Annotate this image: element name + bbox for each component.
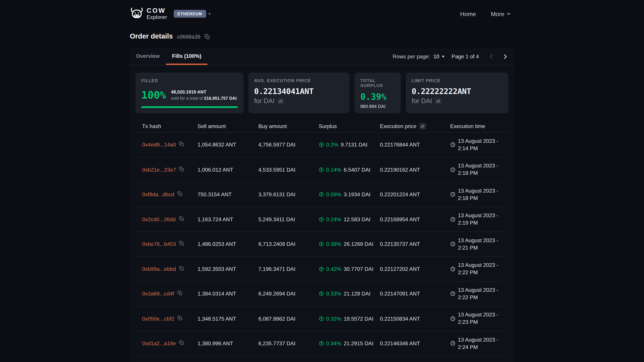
col-execution-time: Execution time bbox=[450, 123, 508, 129]
chevron-down-icon: ▾ bbox=[208, 11, 210, 16]
surplus-percent: 0.14% bbox=[326, 167, 341, 173]
surplus-percent: 0.24% bbox=[326, 216, 341, 222]
surplus-percent: 0.33% bbox=[326, 291, 341, 297]
copy-tx-hash-button[interactable] bbox=[179, 167, 184, 173]
page-title-row: Order details c0688a39 bbox=[130, 32, 514, 41]
arrow-up-circle-icon bbox=[319, 341, 324, 346]
surplus-amount: 19.5572 DAI bbox=[344, 316, 373, 322]
surplus-amount: 26.1269 DAI bbox=[344, 241, 373, 247]
surplus-amount: 9.7131 DAI bbox=[341, 142, 368, 148]
total-surplus-percent: 0.39% bbox=[360, 92, 395, 102]
buy-amount: 6,713.2409 DAI bbox=[258, 241, 319, 247]
execution-price: 0.22135737 ANT bbox=[380, 241, 450, 247]
copy-tx-hash-button[interactable] bbox=[178, 291, 182, 297]
execution-price: 0.22168954 ANT bbox=[380, 216, 450, 222]
table-row: 0x2cd0...26dd 1,163.724 ANT 5,249.3411 D… bbox=[136, 207, 508, 232]
filled-label: FILLED bbox=[141, 78, 238, 83]
buy-amount: 7,196.3471 DAI bbox=[258, 266, 319, 272]
tx-hash-link[interactable]: 0xf8da...dbcd bbox=[142, 191, 174, 198]
sell-amount: 1,380.996 ANT bbox=[198, 340, 258, 347]
surplus: 0.33% 21.128 DAI bbox=[319, 291, 380, 297]
tx-hash-link[interactable]: 0x3a69...cd4f bbox=[142, 291, 174, 297]
network-badge[interactable]: ETHEREUM bbox=[174, 10, 206, 18]
surplus: 0.24% 12.583 DAI bbox=[319, 216, 380, 222]
execution-time: 13 August 2023 - 2:18 PM bbox=[450, 162, 508, 177]
execution-price: 0.22127202 ANT bbox=[380, 266, 450, 272]
sell-amount: 1,592.3503 ANT bbox=[198, 266, 258, 272]
surplus-amount: 12.583 DAI bbox=[344, 216, 370, 222]
tab-fills[interactable]: Fills (100%) bbox=[166, 48, 208, 65]
header-nav: Home More bbox=[460, 10, 514, 17]
brand-logo[interactable]: COW Explorer bbox=[130, 7, 167, 20]
surplus: 0.39% 26.1269 DAI bbox=[319, 241, 380, 247]
tx-hash-link[interactable]: 0x4ed9...14a0 bbox=[142, 142, 176, 148]
clock-icon bbox=[450, 142, 456, 147]
limit-price-value: 0.22222222ANT bbox=[412, 87, 503, 96]
tx-hash-link[interactable]: 0xb99a...ebbd bbox=[142, 266, 176, 272]
arrow-up-circle-icon bbox=[319, 316, 324, 321]
surplus-percent: 0.09% bbox=[326, 191, 341, 198]
limit-price-unit: for DAI bbox=[412, 97, 432, 105]
nav-more[interactable]: More bbox=[491, 10, 511, 17]
execution-time: 13 August 2023 - 2:21 PM bbox=[450, 237, 508, 252]
table-header-row: Tx hash Sell amount Buy amount Surplus E… bbox=[136, 120, 508, 133]
copy-tx-hash-button[interactable] bbox=[178, 191, 182, 198]
swap-direction-icon[interactable]: ⇄ bbox=[435, 98, 442, 104]
tx-hash-link[interactable]: 0x050e...cbf2 bbox=[142, 316, 174, 322]
copy-tx-hash-button[interactable] bbox=[179, 266, 184, 272]
clock-icon bbox=[450, 192, 456, 197]
tab-overview[interactable]: Overview bbox=[130, 48, 166, 65]
copy-tx-hash-button[interactable] bbox=[179, 216, 184, 222]
arrow-up-circle-icon bbox=[319, 192, 324, 197]
col-surplus: Surplus bbox=[319, 123, 380, 129]
surplus-amount: 6.5407 DAI bbox=[344, 167, 370, 173]
nav-home[interactable]: Home bbox=[460, 10, 476, 17]
rows-per-page-select[interactable]: 10 ▼ bbox=[433, 53, 445, 59]
filled-sold-total: sold for a total of 216,951.757 DAI bbox=[171, 95, 237, 101]
cow-logo-icon bbox=[130, 7, 144, 20]
swap-direction-icon[interactable]: ⇄ bbox=[419, 123, 426, 129]
copy-order-id-button[interactable] bbox=[204, 34, 210, 39]
surplus: 0.34% 21.2915 DAI bbox=[319, 340, 380, 347]
sell-amount: 1,054.8632 ANT bbox=[198, 142, 258, 148]
caret-down-icon: ▼ bbox=[442, 54, 445, 58]
copy-tx-hash-button[interactable] bbox=[179, 241, 184, 247]
tx-hash-link[interactable]: 0x2cd0...26dd bbox=[142, 216, 176, 222]
chevron-down-icon bbox=[506, 10, 511, 17]
execution-price: 0.22176844 ANT bbox=[380, 142, 450, 148]
copy-tx-hash-button[interactable] bbox=[178, 316, 182, 322]
table-row: 0x050e...cbf2 1,348.5175 ANT 6,087.8862 … bbox=[136, 306, 508, 331]
buy-amount: 6,235.7737 DAI bbox=[258, 340, 319, 347]
surplus-amount: 30.7707 DAI bbox=[344, 266, 373, 272]
total-surplus-amount: 860.894 DAI bbox=[360, 104, 395, 109]
next-page-button[interactable] bbox=[501, 52, 509, 60]
copy-tx-hash-button[interactable] bbox=[179, 340, 184, 347]
execution-price: 0.22201224 ANT bbox=[380, 191, 450, 198]
execution-time: 13 August 2023 - 2:23 PM bbox=[450, 311, 508, 326]
clock-icon bbox=[450, 266, 456, 272]
tx-hash-link[interactable]: 0xbe78...b453 bbox=[142, 241, 176, 247]
filled-card: FILLED 100% 48,020.1919 ANT sold for a t… bbox=[136, 72, 243, 113]
swap-direction-icon[interactable]: ⇄ bbox=[278, 98, 284, 104]
prev-page-button[interactable] bbox=[487, 52, 495, 60]
execution-price: 0.22150834 ANT bbox=[380, 316, 450, 322]
arrow-up-circle-icon bbox=[319, 266, 324, 272]
table-row: 0x3a69...cd4f 1,384.0314 ANT 6,249.2694 … bbox=[136, 282, 508, 306]
table-row: 0xbe78...b453 1,486.0253 ANT 6,713.2409 … bbox=[136, 232, 508, 257]
network-selector[interactable]: ETHEREUM ▾ bbox=[174, 10, 210, 18]
copy-tx-hash-button[interactable] bbox=[179, 142, 184, 148]
surplus-percent: 0.2% bbox=[326, 142, 338, 148]
clock-icon bbox=[450, 341, 456, 346]
arrow-up-circle-icon bbox=[319, 167, 324, 172]
tx-hash-link[interactable]: 0xb21e...23e7 bbox=[142, 167, 176, 173]
page-title: Order details bbox=[130, 32, 173, 40]
page: COW Explorer ETHEREUM ▾ Home More bbox=[0, 0, 644, 362]
surplus: 0.42% 30.7707 DAI bbox=[319, 266, 380, 272]
tx-hash-link[interactable]: 0xd1a2...a18e bbox=[142, 340, 176, 347]
tab-bar: Overview Fills (100%) Rows per page: 10 … bbox=[130, 48, 514, 65]
fills-table: Tx hash Sell amount Buy amount Surplus E… bbox=[136, 120, 508, 356]
filled-amount: 48,020.1919 ANT bbox=[171, 89, 237, 95]
buy-amount: 6,087.8862 DAI bbox=[258, 316, 319, 322]
order-id: c0688a39 bbox=[177, 33, 200, 40]
arrow-up-circle-icon bbox=[319, 217, 324, 222]
